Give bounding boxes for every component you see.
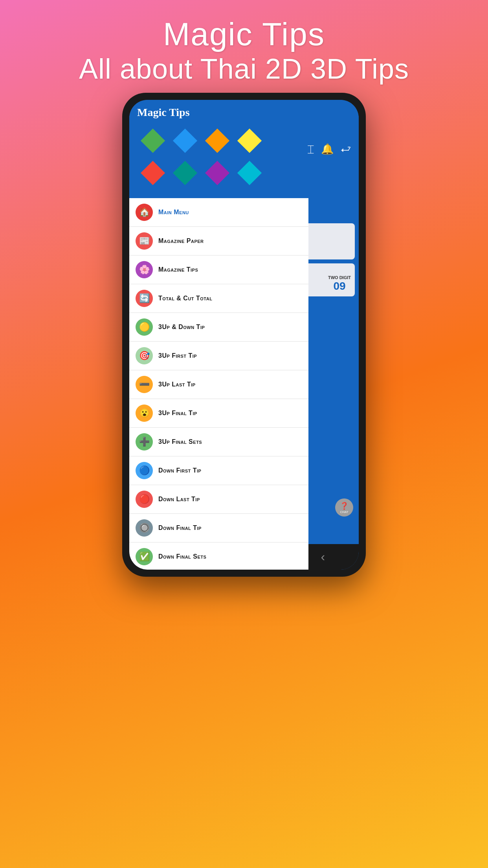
menu-icon-down-first-tip: 🔵 xyxy=(136,462,153,479)
menu-label-3up-final-sets: 3Up Final Sets xyxy=(158,438,202,445)
sidebar-item-main-menu[interactable]: 🏠Main Menu xyxy=(129,198,308,227)
sidebar-item-3up-down-tip[interactable]: 🟡3Up & Down Tip xyxy=(129,313,308,342)
app-topbar: Magic Tips ⌶ 🔔 xyxy=(129,100,359,198)
menu-icon-down-last-tip: 🔴 xyxy=(136,491,153,508)
logo-diamonds xyxy=(137,122,265,192)
menu-icon-total-cut-total: 🔄 xyxy=(136,290,153,307)
sidebar-item-magazine-tips[interactable]: 🌸Magazine Tips xyxy=(129,256,308,284)
chat-button[interactable]: ❓ CHAT xyxy=(335,498,353,517)
drawer-menu: 🏠Main Menu📰Magazine Paper🌸Magazine Tips🔄… xyxy=(129,198,308,570)
menu-label-down-final-sets: Down Final Sets xyxy=(158,553,206,560)
share-icon[interactable]: ⌶ xyxy=(308,143,314,155)
menu-icon-3up-first-tip: 🎯 xyxy=(136,347,153,364)
menu-label-down-final-tip: Down Final Tip xyxy=(158,524,202,531)
sidebar-item-total-cut-total[interactable]: 🔄Total & Cut Total xyxy=(129,284,308,313)
sidebar-item-down-final-sets[interactable]: ✅Down Final Sets xyxy=(129,542,308,570)
menu-label-main-menu: Main Menu xyxy=(158,209,189,216)
drawer-logo-area: Magic Tips xyxy=(137,106,265,192)
sidebar-item-3up-final-sets[interactable]: ➕3Up Final Sets xyxy=(129,428,308,456)
sidebar-item-3up-last-tip[interactable]: ➖3Up Last Tip xyxy=(129,370,308,399)
menu-label-down-last-tip: Down Last Tip xyxy=(158,496,200,503)
two-digit-label: TWO DIGIT xyxy=(328,275,351,280)
app-header: Magic Tips All about Thai 2D 3D Tips xyxy=(55,0,433,93)
phone-frame: Magic Tips ⌶ 🔔 xyxy=(122,93,366,577)
app-title-1: Magic Tips xyxy=(79,16,409,53)
sidebar-item-3up-first-tip[interactable]: 🎯3Up First Tip xyxy=(129,342,308,370)
menu-icon-down-final-tip: 🔘 xyxy=(136,519,153,537)
menu-label-3up-final-tip: 3Up Final Tip xyxy=(158,410,197,417)
app-title-2: All about Thai 2D 3D Tips xyxy=(79,53,409,85)
menu-icon-3up-final-tip: 😮 xyxy=(136,405,153,422)
menu-icon-magazine-paper: 📰 xyxy=(136,232,153,250)
menu-label-3up-first-tip: 3Up First Tip xyxy=(158,352,197,359)
topbar-icons: ⌶ 🔔 ⮐ xyxy=(308,143,351,155)
menu-icon-3up-down-tip: 🟡 xyxy=(136,318,153,336)
exit-icon[interactable]: ⮐ xyxy=(341,143,351,155)
sidebar-item-magazine-paper[interactable]: 📰Magazine Paper xyxy=(129,227,308,256)
menu-icon-down-final-sets: ✅ xyxy=(136,548,153,565)
sidebar-item-down-first-tip[interactable]: 🔵Down First Tip xyxy=(129,456,308,485)
chat-label: CHAT xyxy=(340,510,348,514)
two-digit-value: 09 xyxy=(328,280,351,292)
chat-icon: ❓ xyxy=(340,502,349,510)
sidebar-item-down-last-tip[interactable]: 🔴Down Last Tip xyxy=(129,485,308,514)
menu-icon-magazine-tips: 🌸 xyxy=(136,261,153,278)
menu-label-magazine-tips: Magazine Tips xyxy=(158,266,198,273)
logo-text: Magic Tips xyxy=(137,106,265,119)
sidebar-item-down-final-tip[interactable]: 🔘Down Final Tip xyxy=(129,514,308,542)
menu-icon-main-menu: 🏠 xyxy=(136,204,153,221)
menu-label-total-cut-total: Total & Cut Total xyxy=(158,295,212,302)
menu-icon-3up-last-tip: ➖ xyxy=(136,376,153,393)
menu-label-down-first-tip: Down First Tip xyxy=(158,467,201,474)
menu-label-3up-last-tip: 3Up Last Tip xyxy=(158,381,196,388)
menu-icon-3up-final-sets: ➕ xyxy=(136,433,153,451)
bell-icon[interactable]: 🔔 xyxy=(321,143,334,155)
menu-label-3up-down-tip: 3Up & Down Tip xyxy=(158,324,205,331)
menu-label-magazine-paper: Magazine Paper xyxy=(158,237,204,245)
nav-back-icon[interactable]: ‹ xyxy=(321,550,325,564)
sidebar-item-3up-final-tip[interactable]: 😮3Up Final Tip xyxy=(129,399,308,428)
side-drawer: 🏠Main Menu📰Magazine Paper🌸Magazine Tips🔄… xyxy=(129,198,308,570)
